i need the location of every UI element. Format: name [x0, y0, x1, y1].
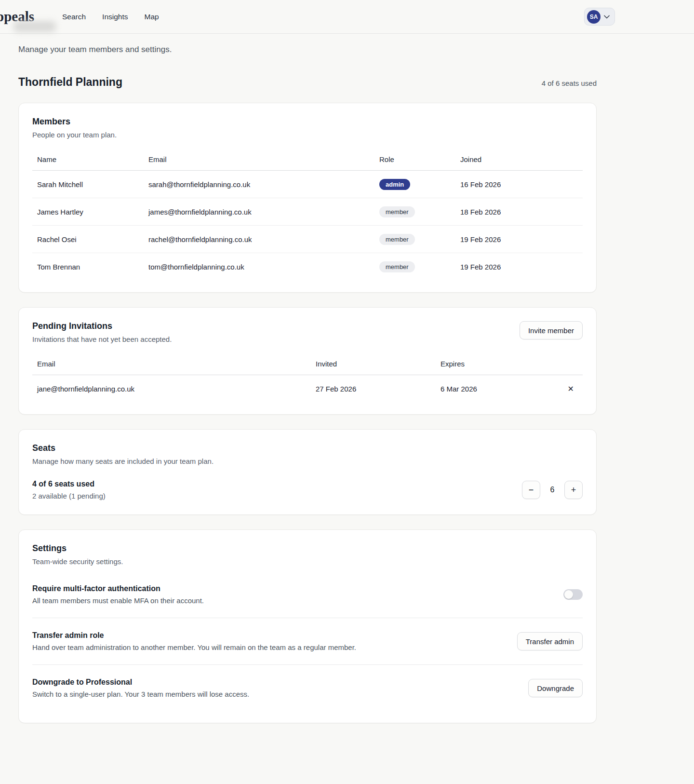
table-row: Sarah Mitchell sarah@thornfieldplanning.… [32, 171, 583, 198]
member-name: Tom Brennan [37, 263, 148, 271]
members-table: Name Email Role Joined Sarah Mitchell sa… [32, 151, 583, 281]
mfa-setting-description: All team members must enable MFA on thei… [32, 596, 204, 605]
seats-available-label: 2 available (1 pending) [32, 492, 106, 500]
page-content: Manage your team members and settings. T… [18, 34, 597, 723]
avatar: SA [587, 10, 601, 24]
members-card: Members People on your team plan. Name E… [18, 103, 597, 293]
settings-card: Settings Team-wide security settings. Re… [18, 529, 597, 723]
transfer-admin-button[interactable]: Transfer admin [517, 632, 583, 650]
pending-invitations-card: Pending Invitations Invitations that hav… [18, 307, 597, 415]
app-logo[interactable]: ppeals [0, 9, 34, 25]
member-name: Sarah Mitchell [37, 180, 148, 189]
account-menu-button[interactable]: SA [584, 8, 615, 26]
column-header-email: Email [148, 155, 379, 163]
mfa-toggle[interactable] [563, 589, 583, 600]
member-joined: 19 Feb 2026 [460, 263, 578, 271]
mfa-setting-title: Require multi-factor authentication [32, 584, 204, 593]
column-header-email: Email [37, 360, 316, 368]
downgrade-description: Switch to a single-user plan. Your 3 tea… [32, 690, 249, 698]
pending-subtitle: Invitations that have not yet been accep… [32, 335, 172, 343]
pending-table-header: Email Invited Expires [32, 356, 583, 375]
nav-link-insights[interactable]: Insights [102, 13, 128, 21]
member-email: james@thornfieldplanning.co.uk [148, 208, 379, 216]
transfer-admin-title: Transfer admin role [32, 631, 356, 640]
downgrade-title: Downgrade to Professional [32, 678, 249, 687]
increase-seats-button[interactable]: + [564, 481, 583, 499]
downgrade-button[interactable]: Downgrade [528, 679, 583, 697]
role-badge: admin [379, 179, 410, 190]
column-header-invited: Invited [316, 360, 440, 368]
table-row: jane@thornfieldplanning.co.uk 27 Feb 202… [32, 375, 583, 403]
team-name-heading: Thornfield Planning [18, 76, 122, 89]
settings-subtitle: Team-wide security settings. [32, 557, 583, 566]
team-header: Thornfield Planning 4 of 6 seats used [18, 76, 597, 89]
top-navigation: ppeals Search Insights Map SA [0, 0, 694, 34]
nav-link-search[interactable]: Search [62, 13, 86, 21]
seat-quantity-stepper: − 6 + [522, 481, 583, 499]
invitation-expires-date: 6 Mar 2026 [440, 385, 556, 393]
role-badge: member [379, 261, 415, 272]
setting-row-downgrade: Downgrade to Professional Switch to a si… [32, 664, 583, 711]
table-row: James Hartley james@thornfieldplanning.c… [32, 198, 583, 226]
column-header-role: Role [379, 155, 460, 163]
members-title: Members [32, 117, 583, 127]
members-subtitle: People on your team plan. [32, 131, 583, 139]
page-subtitle: Manage your team members and settings. [18, 34, 597, 54]
nav-link-map[interactable]: Map [145, 13, 159, 21]
table-row: Rachel Osei rachel@thornfieldplanning.co… [32, 226, 583, 253]
role-badge: member [379, 234, 415, 245]
pending-title: Pending Invitations [32, 321, 172, 331]
member-email: sarah@thornfieldplanning.co.uk [148, 180, 379, 189]
seats-card: Seats Manage how many seats are included… [18, 429, 597, 515]
seats-subtitle: Manage how many seats are included in yo… [32, 457, 583, 465]
pending-table: Email Invited Expires jane@thornfieldpla… [32, 356, 583, 403]
seats-used-label: 4 of 6 seats used [32, 480, 106, 488]
invite-member-button[interactable]: Invite member [520, 321, 583, 339]
member-joined: 16 Feb 2026 [460, 180, 578, 189]
column-header-joined: Joined [460, 155, 578, 163]
member-joined: 19 Feb 2026 [460, 235, 578, 243]
cancel-invitation-icon[interactable]: ✕ [564, 382, 578, 395]
role-badge: member [379, 206, 415, 217]
member-email: tom@thornfieldplanning.co.uk [148, 263, 379, 271]
table-row: Tom Brennan tom@thornfieldplanning.co.uk… [32, 253, 583, 281]
members-table-header: Name Email Role Joined [32, 151, 583, 171]
settings-title: Settings [32, 543, 583, 554]
seat-count-value: 6 [549, 486, 555, 494]
member-name: Rachel Osei [37, 235, 148, 243]
setting-row-transfer-admin: Transfer admin role Hand over team admin… [32, 618, 583, 664]
column-header-expires: Expires [440, 360, 556, 368]
invitation-email: jane@thornfieldplanning.co.uk [37, 385, 316, 393]
primary-nav: Search Insights Map [62, 13, 159, 21]
member-email: rachel@thornfieldplanning.co.uk [148, 235, 379, 243]
transfer-admin-description: Hand over team administration to another… [32, 643, 356, 651]
chevron-down-icon [604, 15, 610, 19]
column-header-name: Name [37, 155, 148, 163]
member-joined: 18 Feb 2026 [460, 208, 578, 216]
seats-summary: 4 of 6 seats used [542, 79, 597, 87]
setting-row-mfa: Require multi-factor authentication All … [32, 571, 583, 618]
invitation-invited-date: 27 Feb 2026 [316, 385, 440, 393]
decrease-seats-button[interactable]: − [522, 481, 540, 499]
seats-title: Seats [32, 443, 583, 453]
toggle-knob [564, 590, 573, 599]
member-name: James Hartley [37, 208, 148, 216]
